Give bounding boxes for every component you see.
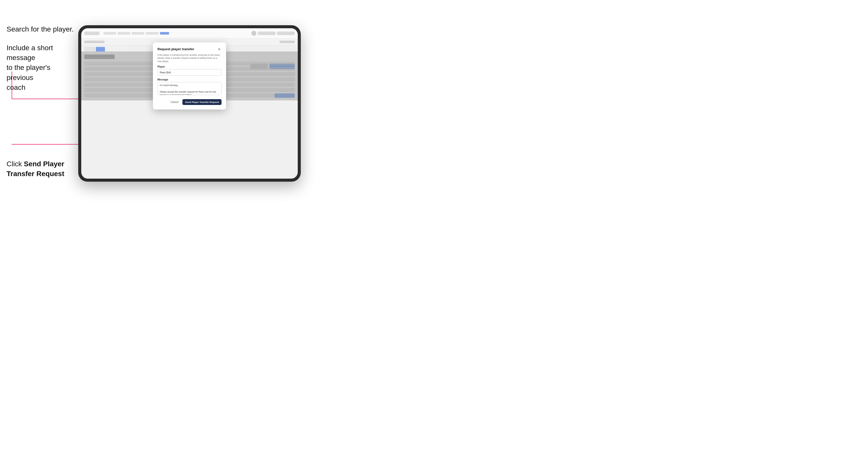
annotation-line-player-vertical — [11, 71, 12, 99]
nav-item-4 — [146, 32, 158, 35]
modal-description: If the player is transferring from anoth… — [157, 54, 221, 63]
header-btn-2 — [277, 32, 295, 35]
header-btn — [258, 32, 276, 35]
nav-item-3 — [132, 32, 144, 35]
annotation-message-text: Include a short message to the player's … — [6, 43, 75, 92]
header-right — [251, 31, 295, 36]
tab-1 — [84, 47, 95, 52]
modal-overlay: Request player transfer ✕ If the player … — [81, 52, 298, 100]
cancel-button[interactable]: Cancel — [168, 99, 180, 105]
message-field-label: Message — [157, 78, 221, 81]
nav-item-1 — [103, 32, 116, 35]
tablet-device: Request player transfer ✕ If the player … — [78, 25, 301, 182]
nav-item-2 — [118, 32, 130, 35]
app-header — [81, 28, 298, 38]
request-transfer-modal: Request player transfer ✕ If the player … — [153, 42, 226, 110]
sub-header-right — [280, 41, 295, 43]
header-logo — [84, 32, 99, 35]
modal-actions: Cancel Send Player Transfer Request — [157, 99, 221, 105]
breadcrumb — [84, 41, 104, 43]
annotation-click-text: Click Send Player Transfer Request — [6, 159, 65, 179]
nav-item-active — [160, 32, 169, 35]
send-transfer-button[interactable]: Send Player Transfer Request — [182, 99, 221, 105]
modal-title: Request player transfer — [157, 47, 194, 51]
annotation-search-text: Search for the player. — [6, 24, 74, 34]
message-textarea[interactable]: Hi Coach McHarg, Please accept this tran… — [157, 82, 221, 95]
tab-active — [96, 47, 105, 52]
modal-header: Request player transfer ✕ — [157, 47, 221, 52]
tablet-screen: Request player transfer ✕ If the player … — [81, 28, 298, 179]
header-nav — [103, 32, 169, 35]
modal-close-button[interactable]: ✕ — [217, 47, 221, 52]
main-content: Request player transfer ✕ If the player … — [81, 52, 298, 100]
header-avatar — [251, 31, 256, 36]
player-field-label: Player — [157, 65, 221, 68]
player-search-input[interactable] — [157, 69, 221, 76]
